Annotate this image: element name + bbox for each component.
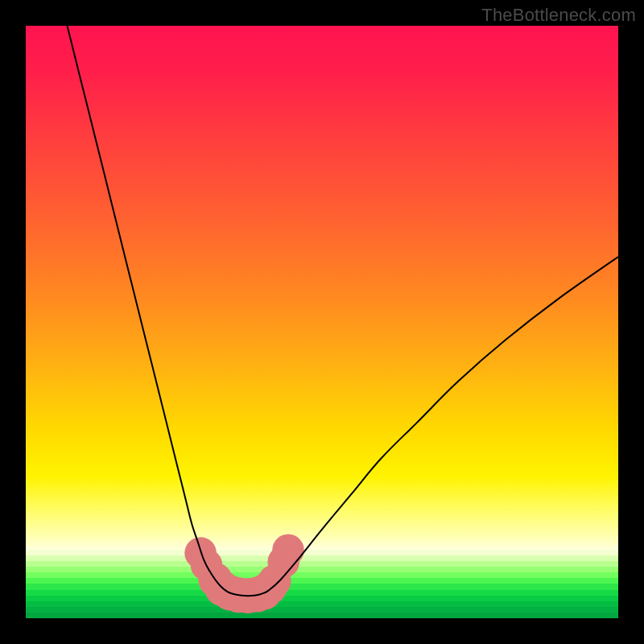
bottleneck-curve [68, 26, 619, 596]
curve-layer [26, 26, 618, 618]
plot-area [26, 26, 618, 618]
chart-frame: TheBottleneck.com [0, 0, 644, 644]
watermark-text: TheBottleneck.com [481, 5, 636, 26]
data-marker [272, 535, 304, 567]
